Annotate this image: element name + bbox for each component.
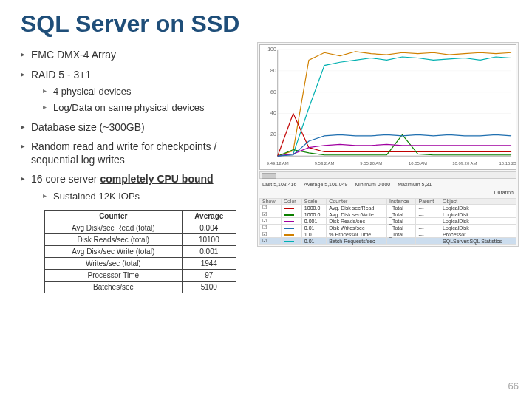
object-cell: LogicalDisk: [440, 211, 516, 218]
counter-cell: % Processor Time: [327, 231, 387, 238]
color-swatch: [281, 211, 301, 218]
horizontal-scrollbar[interactable]: [259, 171, 516, 179]
stats-row: Last 5,103.416 Average 5,101.049 Minimum…: [258, 180, 518, 188]
stat-dur-label: Duration: [494, 190, 514, 195]
counter-avg: 0.001: [182, 245, 236, 257]
object-cell: Processor: [440, 231, 516, 238]
perfmon-counter-table: Show Color Scale Counter Instance Parent…: [259, 198, 516, 245]
slide-title: SQL Server on SSD: [0, 0, 532, 42]
bullet-1: EMC DMX-4 Array: [21, 49, 251, 62]
bullet-2-label: RAID 5 - 3+1: [31, 69, 91, 81]
pth-counter[interactable]: Counter: [327, 199, 387, 205]
show-checkbox[interactable]: ☑: [260, 218, 282, 225]
counter-name: Batches/sec: [45, 281, 183, 293]
stat-max-label: Maximum: [398, 182, 420, 187]
counter-avg: 1944: [182, 257, 236, 269]
scale-cell: 0.01: [301, 225, 327, 231]
svg-text:9:53:2 AM: 9:53:2 AM: [315, 161, 335, 166]
table-row: Processor Time97: [45, 269, 236, 281]
bullet-5-sub-1: Sustained 12K IOPs: [43, 191, 251, 202]
bullet-5-emphasis: completely CPU bound: [100, 173, 213, 185]
perfmon-counter-row[interactable]: ☑0.01Disk Writes/sec_Total---LogicalDisk: [260, 225, 516, 231]
counter-cell: Avg. Disk sec/Read: [327, 205, 387, 211]
scale-cell: 0.001: [301, 218, 327, 225]
svg-text:10:05 AM: 10:05 AM: [409, 161, 427, 166]
svg-text:80: 80: [270, 68, 276, 73]
counter-name: Writes/sec (total): [45, 257, 183, 269]
instance-cell: _Total: [387, 231, 416, 238]
perfmon-counter-row[interactable]: ☑0.01Batch Requests/sec---SQLServer:SQL …: [260, 238, 516, 245]
parent-cell: ---: [416, 205, 440, 211]
object-cell: LogicalDisk: [440, 205, 516, 211]
th-average: Average: [182, 210, 236, 222]
parent-cell: ---: [416, 231, 440, 238]
pth-object[interactable]: Object: [440, 199, 516, 205]
bullet-2-sub-2: Log/Data on same physical devices: [43, 102, 251, 114]
slide-number: 66: [508, 381, 519, 392]
color-swatch: [281, 218, 301, 225]
counter-avg: 97: [182, 269, 236, 281]
bullet-column: EMC DMX-4 Array RAID 5 - 3+1 4 physical …: [15, 42, 251, 293]
counter-cell: Batch Requests/sec: [327, 238, 387, 245]
show-checkbox[interactable]: ☑: [260, 205, 282, 211]
counter-name: Disk Reads/sec (total): [45, 233, 183, 245]
counter-name: Processor Time: [45, 269, 183, 281]
perfmon-chart: 204060801009:49:12 AM9:53:2 AM9:55:20 AM…: [259, 44, 516, 170]
bullet-4: Random read and write for checkpoints / …: [21, 140, 251, 166]
pth-scale[interactable]: Scale: [301, 199, 327, 205]
table-row: Disk Reads/sec (total)10100: [45, 233, 236, 245]
counter-avg: 10100: [182, 233, 236, 245]
table-row: Avg Disk/sec Read (total)0.004: [45, 222, 236, 233]
pth-show[interactable]: Show: [260, 199, 282, 205]
th-counter: Counter: [45, 210, 183, 222]
bullet-5-pre: 16 core server: [31, 173, 100, 185]
perfmon-counter-row[interactable]: ☑1000.0Avg. Disk sec/Write_Total---Logic…: [260, 211, 516, 218]
stat-min-value: 0.000: [378, 182, 391, 187]
counter-name: Avg Disk/sec Read (total): [45, 222, 183, 233]
show-checkbox[interactable]: ☑: [260, 231, 282, 238]
perfmon-counter-row[interactable]: ☑1000.0Avg. Disk sec/Read_Total---Logica…: [260, 205, 516, 211]
parent-cell: ---: [416, 218, 440, 225]
svg-text:10:09:20 AM: 10:09:20 AM: [452, 161, 477, 166]
show-checkbox[interactable]: ☑: [260, 211, 282, 218]
bullet-3: Database size (~300GB): [21, 121, 251, 134]
pth-parent[interactable]: Parent: [416, 199, 440, 205]
scale-cell: 0.01: [301, 238, 327, 245]
pth-color[interactable]: Color: [281, 199, 301, 205]
instance-cell: _Total: [387, 218, 416, 225]
table-row: Writes/sec (total)1944: [45, 257, 236, 269]
perfmon-panel: 204060801009:49:12 AM9:53:2 AM9:55:20 AM…: [257, 42, 519, 247]
counter-summary-table: Counter Average Avg Disk/sec Read (total…: [44, 210, 236, 293]
scale-cell: 1000.0: [301, 211, 327, 218]
stat-last-label: Last: [262, 182, 272, 187]
perfmon-counter-row[interactable]: ☑1.0% Processor Time_Total---Processor: [260, 231, 516, 238]
stat-min-label: Minimum: [355, 182, 375, 187]
perfmon-counter-row[interactable]: ☑0.001Disk Reads/sec_Total---LogicalDisk: [260, 218, 516, 225]
svg-text:9:55:20 AM: 9:55:20 AM: [360, 161, 382, 166]
stat-last-value: 5,103.416: [273, 182, 296, 187]
pth-instance[interactable]: Instance: [387, 199, 416, 205]
scale-cell: 1000.0: [301, 205, 327, 211]
show-checkbox[interactable]: ☑: [260, 238, 282, 245]
stat-avg-label: Average: [304, 182, 323, 187]
object-cell: SQLServer:SQL Statistics: [440, 238, 516, 245]
object-cell: LogicalDisk: [440, 225, 516, 231]
svg-text:10:15:20 AM: 10:15:20 AM: [499, 161, 516, 166]
parent-cell: ---: [416, 225, 440, 231]
instance-cell: [387, 238, 416, 245]
stat-max-value: 5,31: [422, 182, 432, 187]
stat-avg-value: 5,101.049: [324, 182, 347, 187]
table-row: Avg Disk/sec Write (total)0.001: [45, 245, 236, 257]
svg-text:60: 60: [270, 89, 276, 95]
stats-row-2: Duration: [258, 188, 518, 197]
parent-cell: ---: [416, 211, 440, 218]
color-swatch: [281, 231, 301, 238]
color-swatch: [281, 238, 301, 245]
scale-cell: 1.0: [301, 231, 327, 238]
instance-cell: _Total: [387, 205, 416, 211]
bullet-2-sub-1: 4 physical devices: [43, 86, 251, 98]
counter-name: Avg Disk/sec Write (total): [45, 245, 183, 257]
show-checkbox[interactable]: ☑: [260, 225, 282, 231]
counter-cell: Avg. Disk sec/Write: [327, 211, 387, 218]
object-cell: LogicalDisk: [440, 218, 516, 225]
